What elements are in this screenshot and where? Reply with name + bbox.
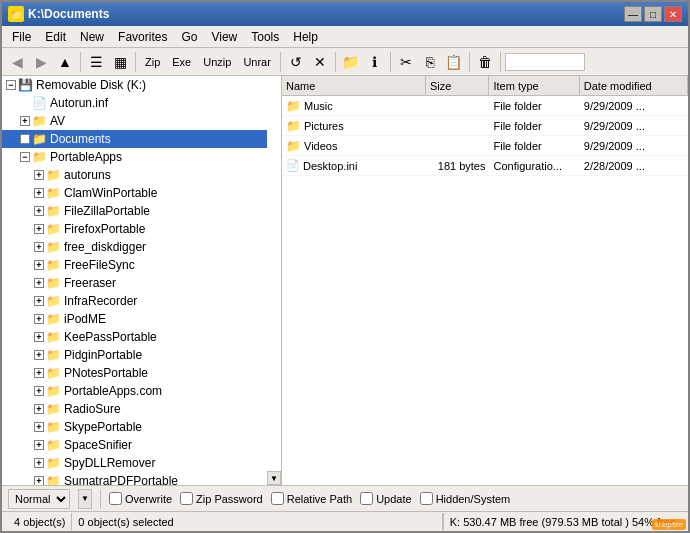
expand-sub[interactable]: + bbox=[34, 350, 44, 360]
update-checkbox[interactable] bbox=[360, 492, 373, 505]
expand-sub[interactable]: + bbox=[34, 458, 44, 468]
tree-item-av[interactable]: + 📁 AV bbox=[2, 112, 267, 130]
exe-button[interactable]: Exe bbox=[167, 54, 196, 70]
properties-button[interactable]: ℹ bbox=[364, 51, 386, 73]
expand-sub[interactable]: + bbox=[34, 170, 44, 180]
folder-icon: 📁 bbox=[46, 258, 61, 272]
close-button[interactable]: ✕ bbox=[664, 6, 682, 22]
expand-sub[interactable]: + bbox=[34, 206, 44, 216]
tree-item-freeraser[interactable]: + 📁 Freeraser bbox=[2, 274, 267, 292]
tree-item-autorun[interactable]: 📄 Autorun.inf bbox=[2, 94, 267, 112]
tree-item-clamwin[interactable]: + 📁 ClamWinPortable bbox=[2, 184, 267, 202]
cut-button[interactable]: ✂ bbox=[395, 51, 417, 73]
folder-icon: 📁 bbox=[286, 139, 301, 153]
tree-item-drive[interactable]: − 💾 Removable Disk (K:) bbox=[2, 76, 267, 94]
update-label: Update bbox=[360, 492, 411, 505]
tree-item-spydll[interactable]: + 📁 SpyDLLRemover bbox=[2, 454, 267, 472]
expand-sub[interactable]: + bbox=[34, 440, 44, 450]
overwrite-checkbox[interactable] bbox=[109, 492, 122, 505]
minimize-button[interactable]: — bbox=[624, 6, 642, 22]
menu-edit[interactable]: Edit bbox=[39, 28, 72, 46]
hidden-system-checkbox[interactable] bbox=[420, 492, 433, 505]
expand-sub[interactable]: + bbox=[34, 404, 44, 414]
file-row-pictures[interactable]: 📁 Pictures File folder 9/29/2009 ... bbox=[282, 116, 688, 136]
tree-item-pidgin[interactable]: + 📁 PidginPortable bbox=[2, 346, 267, 364]
relative-path-checkbox[interactable] bbox=[271, 492, 284, 505]
zip-password-label: Zip Password bbox=[180, 492, 263, 505]
expand-sub[interactable]: + bbox=[34, 188, 44, 198]
tree-item-radiosure[interactable]: + 📁 RadioSure bbox=[2, 400, 267, 418]
file-name-music: 📁 Music bbox=[282, 99, 426, 113]
expand-sub[interactable]: + bbox=[34, 242, 44, 252]
tree-label: Documents bbox=[50, 132, 111, 146]
expand-drive[interactable]: − bbox=[6, 80, 16, 90]
zip-password-checkbox[interactable] bbox=[180, 492, 193, 505]
forward-button[interactable]: ▶ bbox=[30, 51, 52, 73]
paste-button[interactable]: 📋 bbox=[443, 51, 465, 73]
zip-button[interactable]: Zip bbox=[140, 54, 165, 70]
view-detail-button[interactable]: ▦ bbox=[109, 51, 131, 73]
expand-sub[interactable]: + bbox=[34, 224, 44, 234]
up-button[interactable]: ▲ bbox=[54, 51, 76, 73]
expand-av[interactable]: + bbox=[20, 116, 30, 126]
expand-sub[interactable]: + bbox=[34, 476, 44, 485]
expand-sub[interactable]: + bbox=[34, 296, 44, 306]
expand-documents[interactable]: + bbox=[20, 134, 30, 144]
file-row-videos[interactable]: 📁 Videos File folder 9/29/2009 ... bbox=[282, 136, 688, 156]
tree-item-keepass[interactable]: + 📁 KeePassPortable bbox=[2, 328, 267, 346]
tree-item-sumatra[interactable]: + 📁 SumatraPDFPortable bbox=[2, 472, 267, 485]
menu-favorites[interactable]: Favorites bbox=[112, 28, 173, 46]
new-folder-button[interactable]: 📁 bbox=[340, 51, 362, 73]
refresh-button[interactable]: ↺ bbox=[285, 51, 307, 73]
tree-item-skype[interactable]: + 📁 SkypePortable bbox=[2, 418, 267, 436]
menu-go[interactable]: Go bbox=[175, 28, 203, 46]
col-header-name[interactable]: Name bbox=[282, 76, 426, 95]
search-input[interactable] bbox=[505, 53, 585, 71]
menu-file[interactable]: File bbox=[6, 28, 37, 46]
back-button[interactable]: ◀ bbox=[6, 51, 28, 73]
tree-item-infrarecorder[interactable]: + 📁 InfraRecorder bbox=[2, 292, 267, 310]
expand-portableapps[interactable]: − bbox=[20, 152, 30, 162]
expand-sub[interactable]: + bbox=[34, 278, 44, 288]
mode-select[interactable]: Normal bbox=[8, 489, 70, 509]
col-header-size[interactable]: Size bbox=[426, 76, 490, 95]
tree-item-pnotes[interactable]: + 📁 PNotesPortable bbox=[2, 364, 267, 382]
maximize-button[interactable]: □ bbox=[644, 6, 662, 22]
file-type-music: File folder bbox=[489, 100, 579, 112]
file-row-desktop-ini[interactable]: 📄 Desktop.ini 181 bytes Configuratio... … bbox=[282, 156, 688, 176]
app-icon: 📁 bbox=[8, 6, 24, 22]
tree-item-filezilla[interactable]: + 📁 FileZillaPortable bbox=[2, 202, 267, 220]
mode-dropdown-button[interactable]: ▼ bbox=[78, 489, 92, 509]
folder-icon: 📁 bbox=[46, 330, 61, 344]
expand-sub[interactable]: + bbox=[34, 314, 44, 324]
tree-item-portableapps[interactable]: − 📁 PortableApps bbox=[2, 148, 267, 166]
tree-item-spacesnifier[interactable]: + 📁 SpaceSnifier bbox=[2, 436, 267, 454]
tree-item-autoruns[interactable]: + 📁 autoruns bbox=[2, 166, 267, 184]
unzip-button[interactable]: Unzip bbox=[198, 54, 236, 70]
stop-button[interactable]: ✕ bbox=[309, 51, 331, 73]
expand-sub[interactable]: + bbox=[34, 260, 44, 270]
tree-item-ipodme[interactable]: + 📁 iPodME bbox=[2, 310, 267, 328]
scroll-down-btn[interactable]: ▼ bbox=[267, 471, 281, 485]
tree-item-diskdigger[interactable]: + 📁 free_diskdigger bbox=[2, 238, 267, 256]
tree-item-portableapps-com[interactable]: + 📁 PortableApps.com bbox=[2, 382, 267, 400]
menu-tools[interactable]: Tools bbox=[245, 28, 285, 46]
menu-new[interactable]: New bbox=[74, 28, 110, 46]
file-row-music[interactable]: 📁 Music File folder 9/29/2009 ... bbox=[282, 96, 688, 116]
sep1 bbox=[80, 52, 81, 72]
menu-view[interactable]: View bbox=[205, 28, 243, 46]
copy-button[interactable]: ⎘ bbox=[419, 51, 441, 73]
expand-sub[interactable]: + bbox=[34, 368, 44, 378]
tree-item-firefox[interactable]: + 📁 FirefoxPortable bbox=[2, 220, 267, 238]
delete-button[interactable]: 🗑 bbox=[474, 51, 496, 73]
col-header-date[interactable]: Date modified bbox=[580, 76, 688, 95]
col-header-type[interactable]: Item type bbox=[489, 76, 579, 95]
expand-sub[interactable]: + bbox=[34, 386, 44, 396]
tree-item-documents[interactable]: + 📁 Documents bbox=[2, 130, 267, 148]
menu-help[interactable]: Help bbox=[287, 28, 324, 46]
view-list-button[interactable]: ☰ bbox=[85, 51, 107, 73]
expand-sub[interactable]: + bbox=[34, 422, 44, 432]
expand-sub[interactable]: + bbox=[34, 332, 44, 342]
unrar-button[interactable]: Unrar bbox=[238, 54, 276, 70]
tree-item-freefilesync[interactable]: + 📁 FreeFileSync bbox=[2, 256, 267, 274]
